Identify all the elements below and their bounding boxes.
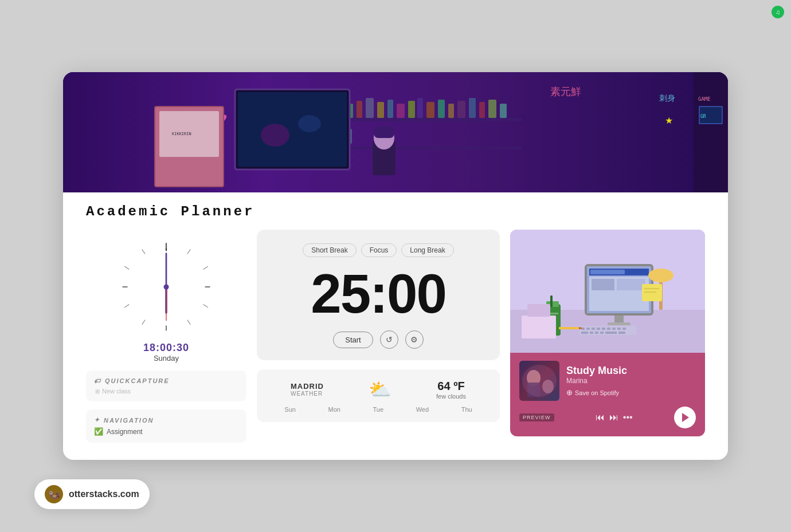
watermark-text: otterstacks.com — [69, 489, 139, 499]
weather-day-thu: Thu — [461, 406, 472, 413]
svg-rect-107 — [605, 332, 617, 334]
svg-rect-118 — [522, 316, 556, 338]
weather-temperature: 64 ºF — [436, 380, 466, 393]
watermark-icon: 🦦 — [45, 485, 63, 503]
weather-description: few clouds — [436, 393, 466, 400]
reset-button[interactable]: ↺ — [380, 330, 398, 349]
svg-rect-90 — [617, 279, 645, 290]
nav-item-assignment[interactable]: ✅ Assignment — [94, 427, 238, 436]
svg-line-68 — [203, 305, 208, 308]
study-image — [510, 230, 705, 353]
svg-rect-119 — [527, 304, 550, 317]
play-icon — [682, 413, 689, 422]
weather-day-wed: Wed — [416, 406, 429, 413]
watermark: 🦦 otterstacks.com — [34, 479, 150, 509]
svg-rect-111 — [550, 295, 553, 307]
svg-rect-99 — [607, 328, 610, 330]
pomodoro-controls: Start ↺ ⚙ — [333, 330, 423, 349]
svg-point-114 — [648, 269, 673, 282]
music-top: Study Music Marina ⊕ Save on Spotify ♫ — [519, 361, 696, 401]
start-button[interactable]: Start — [333, 332, 373, 348]
svg-rect-115 — [642, 284, 662, 301]
clock-digital: 18:00:30 — [143, 342, 189, 354]
svg-line-72 — [124, 305, 129, 308]
banner: 素元鮮 刺身 ♥ ★ GAME — [63, 72, 728, 192]
next-button[interactable]: ⏭ — [609, 412, 618, 423]
desk-scene-svg — [510, 230, 705, 353]
analog-clock — [115, 235, 218, 338]
quickcapture-title: 🏷 QUICKCAPTURE — [94, 377, 238, 384]
quickcapture-card: 🏷 QUICKCAPTURE ⊞ New class — [86, 371, 246, 401]
weather-label: WEATHER — [291, 391, 324, 397]
clock-svg — [115, 235, 218, 338]
svg-rect-98 — [602, 328, 605, 330]
svg-rect-103 — [581, 332, 588, 334]
banner-svg: 素元鮮 刺身 ♥ ★ GAME — [63, 72, 728, 192]
banner-pixel-art: 素元鮮 刺身 ♥ ★ GAME — [63, 72, 728, 192]
svg-point-126 — [522, 365, 557, 397]
center-panel: Short Break Focus Long Break 25:00 Start… — [257, 230, 500, 422]
svg-rect-120 — [559, 327, 579, 329]
tab-focus[interactable]: Focus — [361, 243, 397, 257]
music-widget: Study Music Marina ⊕ Save on Spotify ♫ — [510, 353, 705, 436]
svg-rect-89 — [592, 279, 614, 290]
album-art-svg — [519, 361, 559, 401]
svg-rect-106 — [600, 332, 604, 334]
weather-icon: ⛅ — [369, 379, 391, 400]
music-save[interactable]: ⊕ Save on Spotify — [566, 388, 696, 397]
play-button[interactable] — [674, 407, 696, 428]
settings-button[interactable]: ⚙ — [405, 330, 424, 349]
tab-short-break[interactable]: Short Break — [303, 243, 356, 257]
settings-icon: ⚙ — [410, 335, 418, 344]
weather-day-mon: Mon — [328, 406, 340, 413]
svg-rect-95 — [586, 328, 590, 330]
more-button[interactable]: ••• — [623, 412, 633, 423]
nav-title: ✦ NAVIGATION — [94, 416, 238, 424]
svg-rect-102 — [622, 328, 626, 330]
svg-rect-87 — [590, 270, 625, 274]
music-controls: PREVIEW ⏮ ⏭ ••• — [519, 407, 696, 428]
content-grid: 18:00:30 Sunday 🏷 QUICKCAPTURE ⊞ New cla… — [86, 230, 705, 443]
right-panel: Study Music Marina ⊕ Save on Spotify ♫ — [510, 230, 705, 436]
quickcapture-input[interactable]: ⊞ New class — [94, 388, 238, 395]
weather-city: MADRID — [291, 382, 324, 391]
reset-icon: ↺ — [386, 335, 393, 344]
svg-rect-97 — [597, 328, 600, 330]
svg-rect-92 — [608, 322, 631, 325]
page-title: Academic Planner — [86, 204, 705, 219]
prev-button[interactable]: ⏮ — [596, 412, 605, 423]
preview-badge: PREVIEW — [519, 413, 554, 421]
svg-rect-91 — [614, 316, 624, 324]
svg-rect-48 — [63, 72, 728, 192]
svg-line-75 — [142, 249, 145, 254]
quickcapture-icon: 🏷 — [94, 377, 101, 384]
svg-line-65 — [187, 249, 190, 254]
left-panel: 18:00:30 Sunday 🏷 QUICKCAPTURE ⊞ New cla… — [86, 230, 246, 443]
app-container: 素元鮮 刺身 ♥ ★ GAME — [63, 72, 728, 460]
weather-widget: MADRID WEATHER ⛅ 64 ºF few clouds Sun Mo… — [257, 369, 500, 422]
svg-line-74 — [124, 266, 129, 269]
weather-city-info: MADRID WEATHER — [291, 382, 324, 397]
clock-day: Sunday — [154, 354, 179, 362]
study-img-inner — [510, 230, 705, 353]
music-artist: Marina — [566, 377, 696, 385]
svg-rect-108 — [618, 332, 625, 334]
music-buttons: ⏮ ⏭ ••• — [596, 412, 633, 423]
svg-rect-100 — [612, 328, 616, 330]
music-title: Study Music — [566, 365, 696, 377]
tab-long-break[interactable]: Long Break — [401, 243, 453, 257]
pomodoro-time: 25:00 — [311, 266, 446, 321]
sparkle-icon: ✦ — [94, 416, 100, 424]
weather-day-sun: Sun — [284, 406, 296, 413]
svg-rect-104 — [590, 332, 593, 334]
grid-icon: ⊞ — [95, 388, 100, 395]
svg-point-79 — [164, 285, 169, 290]
weather-temp-info: 64 ºF few clouds — [436, 380, 466, 400]
svg-line-71 — [142, 320, 145, 325]
music-album — [519, 361, 559, 401]
weather-days: Sun Mon Tue Wed Thu — [268, 406, 488, 413]
clock-widget: 18:00:30 Sunday — [86, 230, 246, 362]
check-icon: ✅ — [94, 427, 103, 436]
svg-line-66 — [203, 266, 208, 269]
svg-rect-101 — [617, 328, 621, 330]
